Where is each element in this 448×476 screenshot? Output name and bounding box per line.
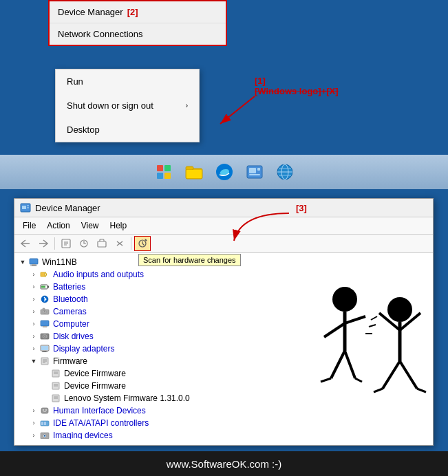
desktop-label: Desktop bbox=[67, 125, 100, 135]
tree-hid[interactable]: › Human Interface Devices bbox=[28, 404, 430, 417]
expand-computer[interactable]: › bbox=[28, 318, 39, 329]
tree-firmware[interactable]: ▼ Firmware bbox=[28, 355, 430, 367]
dm-title: Device Manager bbox=[35, 203, 100, 213]
expand-hid[interactable]: › bbox=[28, 405, 39, 416]
tree-computer[interactable]: › Computer bbox=[28, 318, 430, 330]
computer-icon bbox=[28, 257, 39, 268]
update-driver-button[interactable] bbox=[76, 236, 92, 251]
win-context-menu[interactable]: Device Manager [2] Network Connections bbox=[48, 0, 227, 46]
tree-hid-label: Human Interface Devices bbox=[53, 406, 146, 415]
tree-computer-label: Computer bbox=[53, 319, 89, 329]
svg-point-67 bbox=[45, 409, 47, 411]
expand-disk[interactable]: › bbox=[28, 331, 39, 342]
svg-rect-33 bbox=[30, 266, 37, 266]
settings-button[interactable] bbox=[242, 160, 267, 184]
svg-point-41 bbox=[44, 312, 45, 313]
device-manager-menu-item[interactable]: Device Manager [2] bbox=[50, 1, 226, 23]
file-explorer-button[interactable] bbox=[182, 160, 206, 184]
svg-point-47 bbox=[44, 336, 45, 337]
svg-point-75 bbox=[44, 435, 45, 436]
expand-imaging[interactable]: › bbox=[28, 430, 39, 439]
shutdown-menu-item[interactable]: Shut down or sign out › bbox=[56, 94, 199, 118]
tree-device-firmware-2[interactable]: › Device Firmware bbox=[39, 380, 430, 392]
computer-tree-icon bbox=[39, 318, 50, 329]
uninstall-button[interactable] bbox=[111, 236, 128, 251]
svg-rect-65 bbox=[41, 408, 48, 413]
start-context-menu: Run Shut down or sign out › Desktop bbox=[55, 69, 200, 142]
tree-firmware-label: Firmware bbox=[53, 356, 87, 366]
expand-batteries[interactable]: › bbox=[28, 281, 39, 292]
dm-window-icon bbox=[20, 202, 31, 213]
device-manager-label: Device Manager bbox=[58, 7, 123, 17]
expand-firmware[interactable]: ▼ bbox=[28, 356, 39, 367]
svg-rect-34 bbox=[41, 272, 45, 277]
device-properties-button[interactable] bbox=[58, 236, 74, 251]
expand-audio[interactable]: › bbox=[28, 269, 39, 280]
svg-rect-4 bbox=[186, 170, 202, 178]
dm-titlebar: Device Manager bbox=[14, 199, 433, 217]
annotation-1: [1] [Windows logo]+[X] bbox=[255, 76, 339, 96]
svg-rect-42 bbox=[43, 308, 45, 310]
tree-lenovo-firmware[interactable]: › Lenovo System Firmware 1.31.0.0 bbox=[39, 392, 430, 404]
scan-hardware-button[interactable] bbox=[134, 236, 151, 251]
tree-display[interactable]: › Display adapters bbox=[28, 343, 430, 355]
tree-bluetooth[interactable]: › Bluetooth bbox=[28, 293, 430, 305]
svg-rect-7 bbox=[249, 168, 256, 173]
device-manager-window: Device Manager File Action View Help bbox=[14, 198, 434, 446]
menu-file[interactable]: File bbox=[17, 219, 41, 232]
menu-help[interactable]: Help bbox=[105, 219, 133, 232]
menu-action[interactable]: Action bbox=[41, 219, 75, 232]
disk-icon bbox=[39, 331, 50, 342]
toolbar-sep-1 bbox=[54, 237, 55, 250]
tree-cameras[interactable]: › Cameras bbox=[28, 305, 430, 318]
network-connections-label: Network Connections bbox=[58, 29, 143, 39]
forward-button[interactable] bbox=[35, 236, 52, 251]
tree-batteries-label: Batteries bbox=[53, 282, 85, 292]
tree-disk[interactable]: › Disk drives bbox=[28, 330, 430, 343]
svg-rect-49 bbox=[41, 346, 48, 350]
desktop-menu-item[interactable]: Desktop bbox=[56, 118, 199, 142]
device-tree: ▼ Win11NB › Audio inputs and outputs bbox=[14, 253, 433, 439]
tree-audio[interactable]: › Audio inputs and outputs bbox=[28, 268, 430, 281]
expand-bluetooth[interactable]: › bbox=[28, 294, 39, 305]
toolbar-sep-2 bbox=[131, 237, 131, 250]
ide-icon bbox=[39, 418, 50, 429]
disable-device-button[interactable] bbox=[94, 236, 110, 251]
tree-ide-label: IDE ATA/ATAPI controllers bbox=[53, 418, 149, 428]
run-menu-item[interactable]: Run bbox=[56, 69, 199, 94]
shutdown-arrow: › bbox=[186, 102, 188, 109]
dm-menubar: File Action View Help bbox=[14, 217, 433, 235]
tree-imaging[interactable]: › Imaging devices bbox=[28, 429, 430, 439]
windows-logo-text: [Windows logo]+[X] bbox=[255, 86, 339, 96]
svg-rect-37 bbox=[41, 286, 45, 288]
svg-rect-32 bbox=[32, 264, 36, 266]
scan-tooltip-text: Scan for hardware changes bbox=[143, 256, 236, 264]
lenovo-firmware-icon bbox=[50, 393, 61, 404]
tree-device-firmware-1[interactable]: › Device Firmware bbox=[39, 367, 430, 380]
expand-display[interactable]: › bbox=[28, 343, 39, 354]
tree-device-firmware-1-label: Device Firmware bbox=[64, 369, 126, 378]
help-button[interactable] bbox=[273, 160, 297, 184]
taskbar bbox=[0, 155, 448, 189]
annotation-3-label: [3] bbox=[296, 203, 307, 213]
run-label: Run bbox=[67, 76, 83, 87]
tree-batteries[interactable]: › Batteries bbox=[28, 281, 430, 293]
watermark-text: www.SoftwareOK.com :-) bbox=[167, 458, 282, 470]
svg-rect-3 bbox=[186, 166, 193, 170]
menu-view[interactable]: View bbox=[76, 219, 105, 232]
shutdown-label: Shut down or sign out bbox=[67, 100, 153, 111]
network-connections-item[interactable]: Network Connections bbox=[50, 23, 226, 45]
tree-imaging-label: Imaging devices bbox=[53, 431, 113, 439]
expand-cameras[interactable]: › bbox=[28, 306, 39, 317]
battery-icon bbox=[39, 281, 50, 292]
expand-ide[interactable]: › bbox=[28, 418, 39, 429]
back-button[interactable] bbox=[17, 236, 34, 251]
imaging-icon bbox=[39, 430, 50, 439]
svg-rect-43 bbox=[41, 321, 49, 326]
tree-bluetooth-label: Bluetooth bbox=[53, 294, 88, 304]
start-button[interactable] bbox=[151, 160, 176, 184]
svg-point-66 bbox=[43, 409, 44, 411]
expand-root[interactable]: ▼ bbox=[17, 257, 28, 268]
edge-button[interactable] bbox=[212, 160, 237, 184]
tree-ide[interactable]: › IDE ATA/ATAPI controllers bbox=[28, 417, 430, 429]
